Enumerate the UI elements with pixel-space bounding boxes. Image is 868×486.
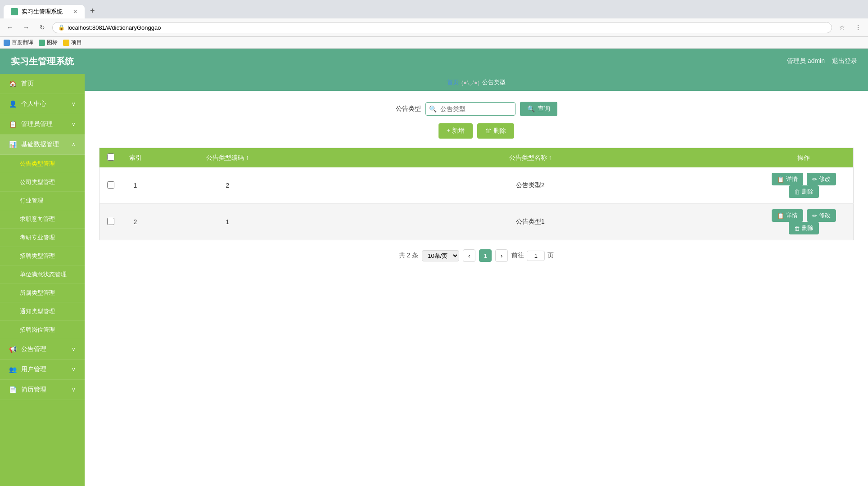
resume-icon: 📄 [9,386,17,393]
row2-delete-btn[interactable]: 🗑 删除 [789,222,819,234]
gonggao-arrow-icon: ∨ [72,346,76,352]
sidebar-item-user[interactable]: 👥 用户管理 ∨ [0,360,85,380]
bookmarks-bar: 百度翻译 图标 项目 [0,37,868,49]
edit-icon: ✏ [812,176,817,183]
page-size-select[interactable]: 10条/页 20条/页 50条/页 [422,250,459,261]
row1-edit-btn[interactable]: ✏ 修改 [807,173,836,185]
sidebar-item-personal[interactable]: 👤 个人中心 ∨ [0,94,85,114]
address-bar[interactable]: 🔒 localhost:8081/#/dictionaryGonggao [52,22,832,33]
goto-label: 前往 [511,252,524,260]
breadcrumb-current: 公告类型 [482,78,506,86]
bookmark-btn[interactable]: ☆ [836,21,848,34]
sidebar-item-resume[interactable]: 📄 简历管理 ∨ [0,380,85,400]
bookmark-project[interactable]: 项目 [63,39,82,46]
bookmark-project-label: 项目 [71,39,82,46]
row2-detail-icon: 📋 [777,212,784,219]
detail-icon: 📋 [777,176,784,183]
search-bar: 公告类型 🔍 🔍 查询 [99,102,854,116]
sidebar-sub-company-type[interactable]: 公司类型管理 [0,173,85,192]
back-btn[interactable]: ← [4,21,16,34]
row1-checkbox[interactable] [107,181,114,189]
batch-delete-btn[interactable]: 🗑 删除 [477,123,514,139]
tab-close-btn[interactable]: ✕ [73,9,77,15]
sidebar-home-label: 首页 [21,80,34,88]
delete-label: 删除 [493,127,506,134]
gonggao-icon: 📢 [9,346,17,353]
breadcrumb-sep: (●'◡'●) [461,79,479,86]
resume-arrow-icon: ∨ [72,387,76,393]
sidebar-sub-industry[interactable]: 行业管理 [0,192,85,210]
row2-checkbox[interactable] [107,218,114,225]
search-btn-icon: 🔍 [527,105,535,112]
browser-toolbar: ← → ↻ 🔒 localhost:8081/#/dictionaryGongg… [0,18,868,37]
bookmark-icons-label: 图标 [47,39,58,46]
row1-index: 1 [122,167,149,204]
active-tab[interactable]: 实习生管理系统 ✕ [4,5,85,18]
next-page-btn[interactable]: › [495,249,508,262]
row1-name: 公告类型2 [307,167,755,204]
add-btn[interactable]: + 新增 [439,123,473,139]
row2-edit-btn[interactable]: ✏ 修改 [807,209,836,222]
prev-page-btn[interactable]: ‹ [463,249,475,262]
table-body: 1 2 公告类型2 📋 详情 ✏ 修改 [99,167,854,240]
sidebar-sub-gonggao-type[interactable]: 公告类型管理 [0,155,85,173]
search-input[interactable] [425,102,515,116]
row2-detail-btn[interactable]: 📋 详情 [772,209,803,222]
page-goto: 前往 页 [511,251,554,261]
select-all-checkbox[interactable] [107,153,114,161]
row2-del-icon: 🗑 [794,225,800,232]
sidebar: 🏠 首页 👤 个人中心 ∨ 📋 管理员管理 ∨ [0,74,85,486]
th-code: 公告类型编码 ↑ [149,148,307,168]
app-header: 实习生管理系统 管理员 admin 退出登录 [0,49,868,74]
sidebar-user-label: 用户管理 [21,365,46,374]
row1-actions: 📋 详情 ✏ 修改 🗑 删除 [755,167,854,204]
page-1-btn[interactable]: 1 [479,249,492,262]
reload-btn[interactable]: ↻ [36,21,49,34]
sidebar-sub-belong-type[interactable]: 所属类型管理 [0,284,85,302]
bookmark-icons[interactable]: 图标 [39,39,58,46]
app-logo: 实习生管理系统 [11,55,74,68]
logout-btn[interactable]: 退出登录 [832,57,857,65]
menu-btn[interactable]: ⋮ [852,21,864,34]
sidebar-personal-label: 个人中心 [21,100,46,108]
row2-edit-icon: ✏ [812,212,817,219]
sidebar-sub-job-intent[interactable]: 求职意向管理 [0,210,85,229]
sidebar-sub-recruit-type[interactable]: 招聘类型管理 [0,247,85,266]
sidebar-item-home[interactable]: 🏠 首页 [0,74,85,94]
sidebar-sub-postgrad[interactable]: 考研专业管理 [0,229,85,247]
row2-checkbox-cell [99,204,122,240]
breadcrumb-home[interactable]: 首页 [447,78,459,86]
goto-input[interactable] [527,251,545,261]
th-index: 索引 [122,148,149,168]
row1-checkbox-cell [99,167,122,204]
row2-actions: 📋 详情 ✏ 修改 🗑 删除 [755,204,854,240]
project-icon [63,40,69,46]
sidebar-gonggao-label: 公告管理 [21,345,46,353]
th-name: 公告类型名称 ↑ [307,148,755,168]
row1-detail-btn[interactable]: 📋 详情 [772,173,803,185]
sidebar-sub-unit-status[interactable]: 单位满意状态管理 [0,266,85,284]
action-bar: + 新增 🗑 删除 [99,123,854,139]
new-tab-btn[interactable]: + [85,4,100,18]
sidebar-item-gonggao[interactable]: 📢 公告管理 ∨ [0,339,85,360]
row2-index: 2 [122,204,149,240]
search-input-wrapper: 🔍 [425,102,515,116]
forward-btn[interactable]: → [20,21,32,34]
app-body: 🏠 首页 👤 个人中心 ∨ 📋 管理员管理 ∨ [0,74,868,486]
sidebar-item-admin[interactable]: 📋 管理员管理 ∨ [0,114,85,135]
data-table: 索引 公告类型编码 ↑ 公告类型名称 ↑ 操作 1 2 [99,148,854,240]
search-btn[interactable]: 🔍 查询 [520,102,557,116]
main-content: 首页 (●'◡'●) 公告类型 公告类型 🔍 🔍 查询 [85,74,868,486]
page-label: 页 [547,252,554,260]
app-wrapper: 实习生管理系统 管理员 admin 退出登录 🏠 首页 👤 个人中心 ∨ [0,49,868,486]
row1-delete-btn[interactable]: 🗑 删除 [789,185,819,198]
sidebar-sub-notice-type[interactable]: 通知类型管理 [0,302,85,321]
user-icon: 👥 [9,366,17,373]
user-info: 管理员 admin 退出登录 [787,57,857,65]
sidebar-sub-recruit-pos[interactable]: 招聘岗位管理 [0,321,85,339]
row2-code: 1 [149,204,307,240]
sidebar-item-basicdata[interactable]: 📊 基础数据管理 ∧ [0,135,85,155]
row1-del-icon: 🗑 [794,189,800,195]
bookmark-baidu[interactable]: 百度翻译 [4,39,33,46]
bookmark-baidu-label: 百度翻译 [12,39,33,46]
